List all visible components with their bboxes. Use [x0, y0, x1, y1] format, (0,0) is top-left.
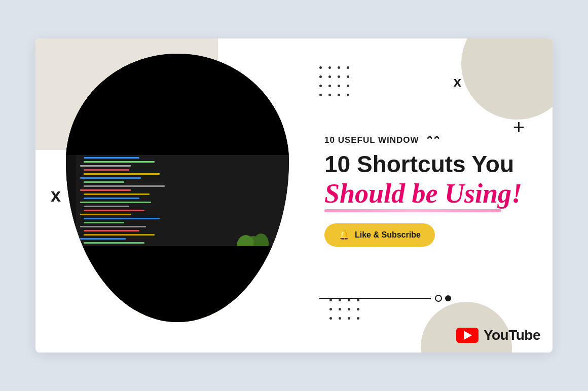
circle-filled	[445, 295, 451, 301]
youtube-branding: YouTube	[456, 327, 540, 343]
svg-rect-26	[84, 157, 139, 159]
svg-rect-29	[84, 169, 129, 171]
youtube-logo	[456, 328, 479, 343]
svg-rect-43	[80, 226, 146, 227]
svg-rect-23	[66, 145, 76, 256]
subscribe-button[interactable]: 🔔 Like & Subscribe	[324, 223, 435, 247]
svg-rect-73	[66, 54, 289, 155]
desk-image-container: NO BAD	[66, 54, 289, 322]
svg-rect-38	[84, 206, 129, 207]
svg-rect-40	[80, 214, 131, 215]
svg-rect-27	[84, 161, 155, 163]
right-content-section: x + 10 USEFUL WINDOW ⌃⌃ 10 Shortcuts You…	[304, 38, 553, 353]
svg-rect-47	[84, 242, 144, 244]
deco-x-right: x	[453, 74, 461, 90]
svg-rect-28	[80, 165, 131, 167]
svg-rect-42	[84, 222, 124, 223]
svg-rect-41	[84, 218, 160, 219]
left-image-section: NO BAD x	[35, 38, 304, 353]
svg-rect-34	[80, 189, 131, 191]
svg-rect-33	[84, 185, 165, 187]
svg-rect-72	[66, 246, 289, 322]
main-title: 10 Shortcuts You	[324, 151, 532, 177]
dot-grid-top-decoration	[319, 66, 352, 99]
svg-rect-35	[84, 193, 150, 195]
desk-scene-svg: NO BAD	[66, 54, 289, 322]
svg-rect-46	[80, 238, 126, 240]
svg-rect-32	[84, 181, 124, 183]
bell-icon: 🔔	[339, 229, 350, 241]
button-label: Like & Subscribe	[355, 230, 421, 240]
svg-rect-31	[80, 177, 141, 179]
circle-decoration	[435, 295, 451, 302]
cursive-title: Should be Using!	[324, 178, 532, 209]
svg-rect-44	[84, 230, 139, 231]
svg-rect-37	[80, 202, 151, 203]
circle-outline	[435, 295, 442, 302]
deco-x-left: x	[51, 185, 61, 206]
deco-plus: +	[513, 117, 525, 137]
youtube-play-icon	[464, 331, 472, 340]
youtube-icon	[456, 328, 479, 343]
svg-rect-30	[84, 173, 160, 175]
dot-grid-bottom-decoration	[329, 299, 362, 322]
chevron-decoration: ⌃⌃	[425, 134, 439, 147]
svg-rect-45	[84, 234, 155, 236]
thumbnail-card: NO BAD x	[35, 38, 553, 353]
youtube-text: YouTube	[484, 327, 540, 343]
svg-rect-39	[84, 210, 144, 211]
svg-rect-36	[84, 198, 139, 199]
subtitle-text: 10 USEFUL WINDOW ⌃⌃	[324, 134, 532, 147]
